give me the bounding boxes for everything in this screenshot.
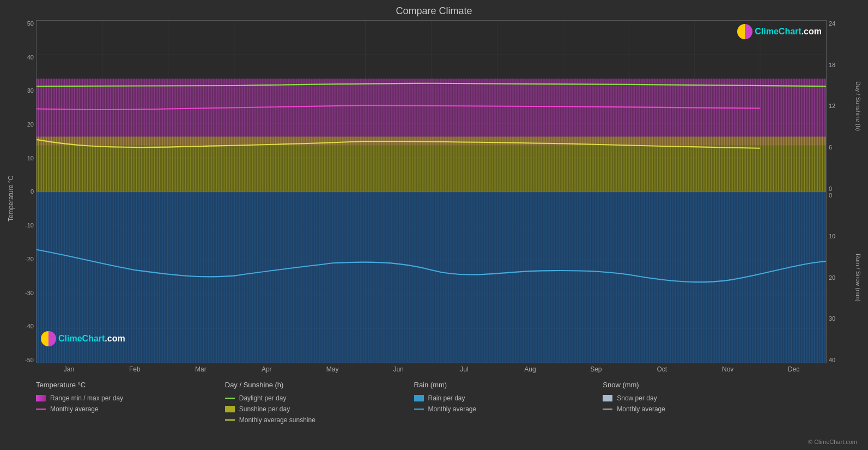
- line-daylight: [225, 398, 235, 399]
- line-sunshine-avg: [225, 419, 235, 421]
- logo-top-right: ClimeChart.com: [737, 24, 822, 39]
- legend-item-daylight: Daylight per day: [225, 394, 414, 402]
- legend-header-snow: Snow (mm): [603, 381, 792, 389]
- svg-rect-32: [37, 137, 826, 192]
- legend-item-sunshine-avg: Monthly average sunshine: [225, 416, 414, 424]
- swatch-temp-range: [36, 395, 46, 401]
- legend-item-rain-avg: Monthly average: [414, 405, 603, 413]
- legend-col-sunshine: Day / Sunshine (h) Daylight per day Suns…: [225, 381, 414, 445]
- legend-item-temp-range: Range min / max per day: [36, 394, 225, 402]
- legend-item-rain-swatch: Rain per day: [414, 394, 603, 402]
- x-axis: Jan Feb Mar Apr May Jun Jul Aug Sep Oct …: [36, 363, 827, 376]
- logo-circle-bottom: [41, 331, 56, 346]
- legend-col-rain: Rain (mm) Rain per day Monthly average: [414, 381, 603, 445]
- copyright-text: © ClimeChart.com: [808, 439, 857, 445]
- legend-item-snow-avg: Monthly average: [603, 405, 792, 413]
- legend-col-snow: Snow (mm) Snow per day Monthly average: [603, 381, 792, 445]
- legend-header-sunshine: Day / Sunshine (h): [225, 381, 414, 389]
- chart-title: Compare Climate: [5, 5, 863, 17]
- right-axis-label-rain: Rain / Snow (mm): [854, 192, 863, 364]
- copyright-wrapper: © ClimeChart.com: [792, 381, 857, 445]
- logo-bottom-left: ClimeChart.com: [41, 331, 125, 346]
- legend-header-rain: Rain (mm): [414, 381, 603, 389]
- right-axes-wrapper: 24 18 12 6 0 0 10 20 30 40: [827, 20, 863, 363]
- legend-item-snow-swatch: Snow per day: [603, 394, 792, 402]
- legend-area: Temperature °C Range min / max per day M…: [5, 376, 863, 447]
- svg-rect-34: [37, 192, 826, 363]
- y-axis-left: 50 40 30 20 10 0 -10 -20 -30 -40 -50: [16, 20, 36, 363]
- swatch-snow: [603, 395, 612, 401]
- swatch-sunshine: [225, 406, 235, 412]
- swatch-rain: [414, 395, 424, 401]
- svg-rect-31: [37, 79, 826, 145]
- line-rain-avg: [414, 409, 424, 410]
- right-axis-label-sunshine: Day / Sunshine (h): [854, 20, 863, 192]
- y-axis-right-top: 24 18 12 6 0 0 10 20 30 40: [827, 20, 854, 363]
- right-axis-labels: Day / Sunshine (h) Rain / Snow (mm): [854, 20, 863, 363]
- chart-plot: Siquijor Siquijor ClimeChart.com ClimeCh: [36, 20, 827, 363]
- legend-header-temp: Temperature °C: [36, 381, 225, 389]
- legend-col-temperature: Temperature °C Range min / max per day M…: [36, 381, 225, 445]
- logo-text-top: ClimeChart.com: [755, 27, 822, 37]
- logo-circle-top: [737, 24, 752, 39]
- line-temp-avg: [36, 409, 46, 410]
- left-axis-label: Temperature °C: [5, 20, 16, 376]
- chart-svg: [37, 21, 826, 363]
- legend-item-sunshine-swatch: Sunshine per day: [225, 405, 414, 413]
- legend-item-temp-avg: Monthly average: [36, 405, 225, 413]
- line-snow-avg: [603, 409, 612, 410]
- logo-text-bottom: ClimeChart.com: [58, 334, 125, 344]
